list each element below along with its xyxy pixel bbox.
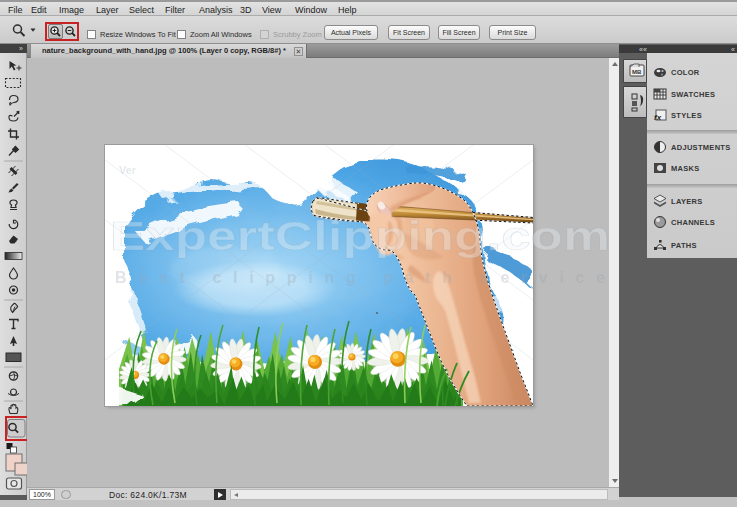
- svg-text:Best clipping path service: Best clipping path service: [115, 269, 605, 286]
- svg-text:ExpertClipping.com: ExpertClipping.com: [110, 214, 610, 258]
